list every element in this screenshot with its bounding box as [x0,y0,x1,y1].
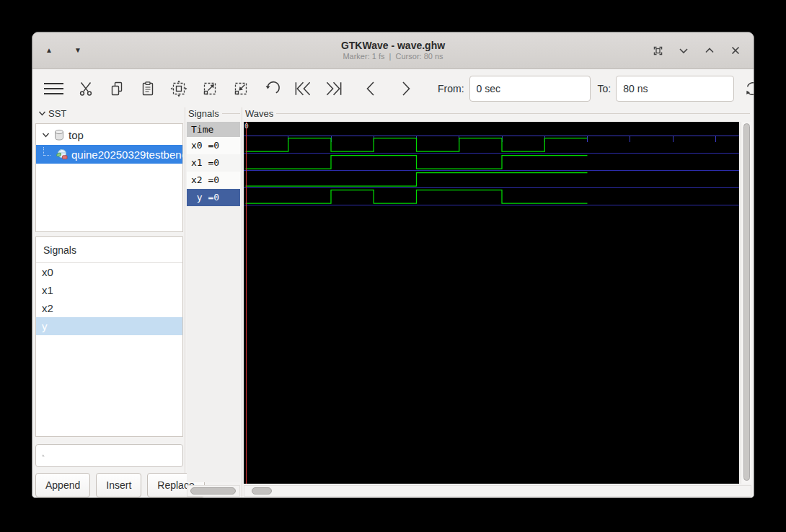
signals-column: Signals Time x0 =0x1 =0x2 =0 y =0 [187,107,240,497]
to-label: To: [598,83,611,94]
wave-name-row-x1[interactable]: x1 =0 [187,154,240,172]
cut-icon [78,81,94,97]
fullscreen-icon [651,44,665,58]
skip-to-end-icon [324,80,343,97]
search-icon [42,450,45,462]
waves-frame-label-text: Waves [245,108,273,119]
scroll-down-button[interactable]: ▼ [71,44,84,57]
wave-horizontal-scrollbar-thumb[interactable] [252,487,272,495]
menu-icon [43,81,64,97]
next-edge-icon [399,80,413,97]
chevron-down-icon [677,44,690,57]
zoom-fit-button[interactable] [169,79,188,98]
testbench-globe-icon [56,148,69,161]
tree-item-top[interactable]: top [36,125,182,144]
signal-search-box[interactable] [35,444,183,467]
chevron-down-button[interactable] [676,43,692,58]
time-header[interactable]: Time [187,122,240,137]
tree-item-testbench[interactable]: quine20250329testbench [36,145,182,164]
to-input[interactable] [616,76,734,102]
signal-list-box: Signals x0 x1 x2 y [35,236,183,437]
zoom-out-button[interactable] [231,79,250,98]
signals-frame-label: Signals [188,108,240,119]
close-button[interactable] [728,43,743,58]
waveform-canvas[interactable]: 0 [244,122,739,484]
sst-label-text: SST [48,108,66,119]
sst-expander-icon[interactable] [38,110,46,117]
zoom-in-button[interactable] [200,79,219,98]
wave-name-row-y[interactable]: y =0 [187,189,240,206]
wave-name-row-x2[interactable]: x2 =0 [187,172,240,189]
from-label: From: [438,83,464,94]
cut-button[interactable] [76,79,95,98]
list-item-x0[interactable]: x0 [36,263,182,281]
gtkwave-window: ▲ ▼ GTKWave - wave.ghw Marker: 1 fs | Cu… [32,32,754,498]
wave-display[interactable]: 0 [244,122,739,484]
signals-horizontal-scrollbar[interactable] [187,485,240,497]
reload-button[interactable] [743,79,754,98]
chevron-up-icon [703,44,716,57]
svg-text:0: 0 [244,122,249,130]
fullscreen-button[interactable] [650,43,666,58]
desktop: { "window": { "title": "GTKWave - wave.g… [0,0,786,532]
paste-icon [140,81,156,97]
pane-splitter-right[interactable] [242,107,242,497]
zoom-out-icon [232,80,250,97]
tree-item-label: quine20250329testbench [71,148,182,161]
copy-icon [109,81,125,97]
tree-branch-line [43,147,50,156]
previous-edge-button[interactable] [361,79,380,98]
main-area: SST top [32,107,754,497]
frame-rule [276,113,750,114]
wave-vertical-scrollbar-thumb[interactable] [743,123,750,481]
skip-to-start-icon [293,80,312,97]
previous-edge-icon [363,80,378,97]
append-button[interactable]: Append [35,473,90,497]
skip-to-end-button[interactable] [324,79,343,98]
expander-down-icon[interactable] [42,132,50,138]
waves-frame-label: Waves [245,108,750,119]
undo-icon [263,80,281,97]
tree-item-label: top [69,129,84,141]
from-input[interactable] [469,76,591,102]
menu-button[interactable] [43,79,64,98]
titlebar: ▲ ▼ GTKWave - wave.ghw Marker: 1 fs | Cu… [32,32,754,69]
signals-column-body: Time x0 =0x1 =0x2 =0 y =0 [187,122,240,482]
next-edge-button[interactable] [397,79,415,98]
zoom-in-icon [201,80,218,97]
signal-action-buttons: Append Insert Replace [35,473,205,497]
module-cylinder-icon [54,129,64,141]
copy-button[interactable] [107,79,126,98]
marker-cursor-status: Marker: 1 fs | Cursor: 80 ns [343,52,443,61]
wave-horizontal-scrollbar[interactable] [244,485,751,497]
undo-button[interactable] [262,79,281,98]
reload-icon [743,79,754,99]
insert-button[interactable]: Insert [96,473,141,497]
signals-frame-label-text: Signals [188,108,219,119]
zoom-fit-icon [170,80,187,97]
wave-vertical-scrollbar[interactable] [741,122,751,484]
frame-rule [222,113,240,114]
list-item-y[interactable]: y [36,317,182,335]
window-title: GTKWave - wave.ghw [341,40,445,51]
sst-tree: top quine20250329testbench [35,123,183,232]
sst-frame-label: SST [38,108,66,119]
toolbar: From: To: [32,69,754,107]
scroll-up-button[interactable]: ▲ [43,44,56,57]
paste-button[interactable] [138,79,157,98]
skip-to-start-button[interactable] [293,79,312,98]
close-icon [729,44,742,57]
chevron-up-button[interactable] [702,43,717,58]
list-item-x1[interactable]: x1 [36,281,182,299]
search-input[interactable] [49,445,182,466]
wave-name-row-x0[interactable]: x0 =0 [187,137,240,154]
wave-name-rows: x0 =0x1 =0x2 =0 y =0 [187,137,240,206]
signals-horizontal-scrollbar-thumb[interactable] [190,487,236,495]
list-item-x2[interactable]: x2 [36,299,182,317]
pane-splitter-left[interactable] [185,107,185,497]
signal-list-header: Signals [36,237,182,263]
